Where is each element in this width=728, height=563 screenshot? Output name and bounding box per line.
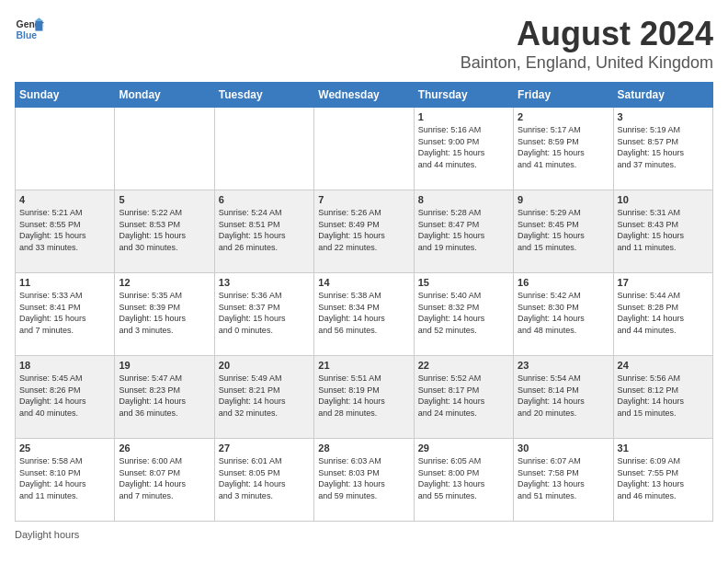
calendar-cell: 4Sunrise: 5:21 AM Sunset: 8:55 PM Daylig… [16,190,115,273]
day-number: 29 [418,442,509,454]
day-number: 8 [418,194,509,205]
calendar-cell: 15Sunrise: 5:40 AM Sunset: 8:32 PM Dayli… [414,273,513,356]
day-header-sunday: Sunday [16,83,115,108]
week-row-1: 1Sunrise: 5:16 AM Sunset: 9:00 PM Daylig… [16,108,713,190]
calendar-cell: 21Sunrise: 5:51 AM Sunset: 8:19 PM Dayli… [314,356,414,439]
day-info: Sunrise: 5:36 AM Sunset: 8:37 PM Dayligh… [219,290,310,336]
calendar-cell: 7Sunrise: 5:26 AM Sunset: 8:49 PM Daylig… [314,190,414,273]
day-number: 3 [618,111,709,122]
day-number: 26 [119,442,210,454]
header: General Blue August 2024 Bainton, Englan… [15,15,713,73]
calendar-cell: 16Sunrise: 5:42 AM Sunset: 8:30 PM Dayli… [514,273,613,356]
week-row-5: 25Sunrise: 5:58 AM Sunset: 8:10 PM Dayli… [16,439,713,522]
week-row-2: 4Sunrise: 5:21 AM Sunset: 8:55 PM Daylig… [16,190,713,273]
day-info: Sunrise: 5:42 AM Sunset: 8:30 PM Dayligh… [518,290,609,336]
footer: Daylight hours [15,529,713,540]
day-info: Sunrise: 5:44 AM Sunset: 8:28 PM Dayligh… [618,290,709,336]
day-number: 15 [418,277,509,288]
day-number: 11 [19,277,110,288]
calendar-cell: 3Sunrise: 5:19 AM Sunset: 8:57 PM Daylig… [613,108,712,190]
calendar-cell: 23Sunrise: 5:54 AM Sunset: 8:14 PM Dayli… [514,356,613,439]
day-number: 27 [219,442,310,454]
subtitle: Bainton, England, United Kingdom [461,53,713,73]
day-info: Sunrise: 5:52 AM Sunset: 8:17 PM Dayligh… [418,373,509,419]
day-info: Sunrise: 5:38 AM Sunset: 8:34 PM Dayligh… [318,290,409,336]
calendar-cell: 1Sunrise: 5:16 AM Sunset: 9:00 PM Daylig… [414,108,513,190]
day-info: Sunrise: 5:17 AM Sunset: 8:59 PM Dayligh… [518,124,609,170]
calendar-body: 1Sunrise: 5:16 AM Sunset: 9:00 PM Daylig… [16,108,713,522]
calendar-cell [214,108,313,190]
day-number: 22 [418,360,509,371]
day-info: Sunrise: 5:35 AM Sunset: 8:39 PM Dayligh… [119,290,210,336]
day-header-wednesday: Wednesday [314,83,414,108]
calendar-cell: 22Sunrise: 5:52 AM Sunset: 8:17 PM Dayli… [414,356,513,439]
day-info: Sunrise: 5:26 AM Sunset: 8:49 PM Dayligh… [318,207,409,253]
day-number: 19 [119,360,210,371]
calendar-cell [115,108,214,190]
day-number: 30 [518,442,609,454]
day-number: 12 [119,277,210,288]
day-number: 13 [219,277,310,288]
day-number: 25 [19,442,110,454]
day-header-friday: Friday [514,83,613,108]
day-number: 1 [418,111,509,122]
day-number: 20 [219,360,310,371]
day-number: 28 [318,442,409,454]
day-header-saturday: Saturday [613,83,712,108]
day-info: Sunrise: 5:21 AM Sunset: 8:55 PM Dayligh… [19,207,110,253]
svg-text:Blue: Blue [17,30,38,40]
calendar-cell: 12Sunrise: 5:35 AM Sunset: 8:39 PM Dayli… [115,273,214,356]
calendar-cell: 19Sunrise: 5:47 AM Sunset: 8:23 PM Dayli… [115,356,214,439]
day-info: Sunrise: 6:05 AM Sunset: 8:00 PM Dayligh… [418,455,509,501]
day-info: Sunrise: 5:33 AM Sunset: 8:41 PM Dayligh… [19,290,110,336]
day-info: Sunrise: 5:28 AM Sunset: 8:47 PM Dayligh… [418,207,509,253]
day-info: Sunrise: 5:54 AM Sunset: 8:14 PM Dayligh… [518,373,609,419]
calendar-cell: 6Sunrise: 5:24 AM Sunset: 8:51 PM Daylig… [214,190,313,273]
title-section: August 2024 Bainton, England, United Kin… [461,15,713,73]
calendar-cell: 17Sunrise: 5:44 AM Sunset: 8:28 PM Dayli… [613,273,712,356]
day-number: 18 [19,360,110,371]
day-header-tuesday: Tuesday [214,83,313,108]
day-number: 9 [518,194,609,205]
day-number: 16 [518,277,609,288]
logo: General Blue [15,15,44,44]
day-info: Sunrise: 5:47 AM Sunset: 8:23 PM Dayligh… [119,373,210,419]
day-number: 23 [518,360,609,371]
main-title: August 2024 [461,15,713,53]
calendar-cell: 8Sunrise: 5:28 AM Sunset: 8:47 PM Daylig… [414,190,513,273]
day-info: Sunrise: 5:56 AM Sunset: 8:12 PM Dayligh… [618,373,709,419]
logo-icon: General Blue [15,15,44,44]
calendar-cell: 24Sunrise: 5:56 AM Sunset: 8:12 PM Dayli… [613,356,712,439]
calendar-cell: 28Sunrise: 6:03 AM Sunset: 8:03 PM Dayli… [314,439,414,522]
calendar-cell: 31Sunrise: 6:09 AM Sunset: 7:55 PM Dayli… [613,439,712,522]
day-info: Sunrise: 5:45 AM Sunset: 8:26 PM Dayligh… [19,373,110,419]
day-number: 6 [219,194,310,205]
calendar-cell: 10Sunrise: 5:31 AM Sunset: 8:43 PM Dayli… [613,190,712,273]
day-number: 10 [618,194,709,205]
calendar-cell [16,108,115,190]
day-number: 5 [119,194,210,205]
week-row-4: 18Sunrise: 5:45 AM Sunset: 8:26 PM Dayli… [16,356,713,439]
calendar-cell: 14Sunrise: 5:38 AM Sunset: 8:34 PM Dayli… [314,273,414,356]
calendar-cell: 20Sunrise: 5:49 AM Sunset: 8:21 PM Dayli… [214,356,313,439]
day-info: Sunrise: 5:49 AM Sunset: 8:21 PM Dayligh… [219,373,310,419]
day-header-monday: Monday [115,83,214,108]
day-info: Sunrise: 5:58 AM Sunset: 8:10 PM Dayligh… [19,455,110,501]
day-info: Sunrise: 6:01 AM Sunset: 8:05 PM Dayligh… [219,455,310,501]
calendar-table: SundayMondayTuesdayWednesdayThursdayFrid… [15,82,713,522]
day-info: Sunrise: 5:24 AM Sunset: 8:51 PM Dayligh… [219,207,310,253]
calendar-cell: 30Sunrise: 6:07 AM Sunset: 7:58 PM Dayli… [514,439,613,522]
day-info: Sunrise: 6:09 AM Sunset: 7:55 PM Dayligh… [618,455,709,501]
calendar-header: SundayMondayTuesdayWednesdayThursdayFrid… [16,83,713,108]
day-info: Sunrise: 5:22 AM Sunset: 8:53 PM Dayligh… [119,207,210,253]
day-info: Sunrise: 5:16 AM Sunset: 9:00 PM Dayligh… [418,124,509,170]
calendar-cell: 9Sunrise: 5:29 AM Sunset: 8:45 PM Daylig… [514,190,613,273]
calendar-cell: 11Sunrise: 5:33 AM Sunset: 8:41 PM Dayli… [16,273,115,356]
calendar-cell: 5Sunrise: 5:22 AM Sunset: 8:53 PM Daylig… [115,190,214,273]
calendar-cell: 2Sunrise: 5:17 AM Sunset: 8:59 PM Daylig… [514,108,613,190]
calendar-cell: 27Sunrise: 6:01 AM Sunset: 8:05 PM Dayli… [214,439,313,522]
day-number: 14 [318,277,409,288]
day-number: 7 [318,194,409,205]
day-number: 24 [618,360,709,371]
calendar-cell: 18Sunrise: 5:45 AM Sunset: 8:26 PM Dayli… [16,356,115,439]
